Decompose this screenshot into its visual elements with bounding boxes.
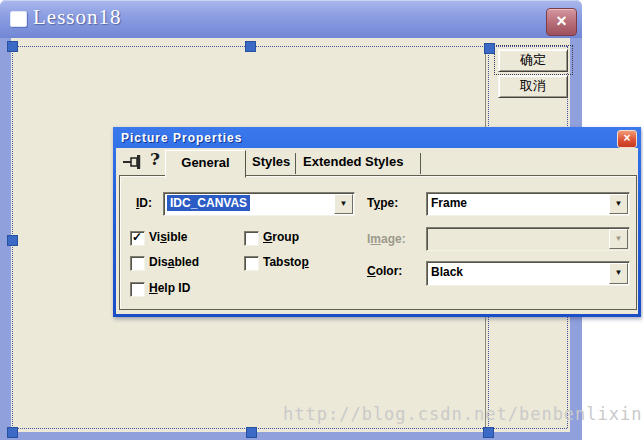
tab-styles[interactable]: Styles (252, 154, 290, 169)
chevron-down-icon[interactable]: ▼ (609, 263, 628, 284)
selection-handle-bottom-middle[interactable] (246, 427, 257, 438)
close-icon: × (556, 11, 567, 31)
selection-handle-top-left[interactable] (7, 41, 18, 52)
properties-close-button[interactable]: × (617, 130, 637, 148)
group-label: Group (263, 230, 299, 244)
picture-properties-window: Picture Properties × ? General Styles Ex… (113, 127, 641, 317)
close-icon: × (623, 131, 630, 145)
tabstop-label: Tabstop (263, 255, 309, 269)
tab-extended-styles[interactable]: Extended Styles (303, 154, 403, 169)
color-value: Black (431, 265, 463, 279)
tab-separator (295, 153, 296, 174)
chevron-down-icon[interactable]: ▼ (609, 194, 628, 214)
editor-close-button[interactable]: × (546, 8, 577, 36)
pushpin-icon[interactable] (122, 154, 146, 170)
selection-handle-bottom-right[interactable] (483, 427, 494, 438)
id-value: IDC_CANVAS (167, 195, 250, 211)
helpid-checkbox[interactable] (130, 282, 145, 297)
chevron-down-icon[interactable]: ▼ (334, 194, 353, 214)
selection-handle-bottom-left[interactable] (7, 427, 18, 438)
selection-handle-left-middle[interactable] (7, 235, 18, 246)
properties-client: ? General Styles Extended Styles ID: IDC… (116, 148, 638, 314)
disabled-label: Disabled (149, 255, 199, 269)
image-label: Image: (367, 232, 406, 246)
check-icon: ✓ (132, 230, 142, 244)
editor-titlebar[interactable]: Lesson18 × (0, 0, 582, 38)
id-combobox[interactable]: IDC_CANVAS ▼ (163, 192, 355, 216)
ok-button[interactable]: 确定 (498, 49, 568, 72)
watermark-text: http://blog.csdn.net/benbenlixin (283, 404, 643, 424)
properties-title: Picture Properties (121, 131, 242, 145)
visible-checkbox[interactable]: ✓ (130, 231, 145, 246)
group-checkbox[interactable] (244, 231, 259, 246)
help-icon[interactable]: ? (150, 149, 160, 169)
color-combobox[interactable]: Black ▼ (426, 261, 630, 286)
screenshot-stage: Lesson18 × 确定 取消 http://blog.csdn.net/be… (0, 0, 643, 440)
disabled-checkbox[interactable] (130, 256, 145, 271)
selection-handle-top-middle[interactable] (245, 41, 256, 52)
type-label: Type: (367, 196, 398, 210)
tab-general[interactable]: General (165, 150, 246, 178)
cancel-button[interactable]: 取消 (498, 75, 568, 98)
color-label: Color: (367, 264, 402, 278)
tabstop-checkbox[interactable] (244, 256, 259, 271)
visible-label: Visible (149, 230, 187, 244)
type-value: Frame (431, 196, 467, 210)
image-combobox: ▼ (426, 227, 630, 251)
general-tab-panel: ID: IDC_CANVAS ▼ Type: Frame ▼ ✓ Visible (119, 175, 637, 310)
tab-separator (420, 153, 421, 174)
type-combobox[interactable]: Frame ▼ (426, 192, 630, 216)
window-icon (10, 11, 27, 27)
id-label: ID: (136, 196, 152, 210)
helpid-label: Help ID (149, 281, 190, 295)
selection-handle-top-right[interactable] (484, 43, 495, 54)
chevron-down-icon: ▼ (609, 229, 628, 249)
editor-window-title: Lesson18 (33, 5, 122, 30)
